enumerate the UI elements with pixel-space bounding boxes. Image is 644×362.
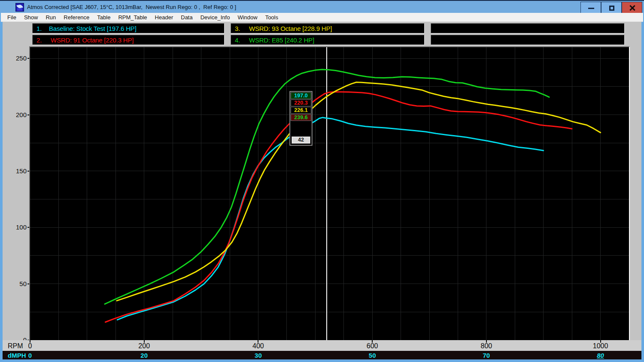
title-bar: Atmos Corrected [SAE J607, 15°C, 1013mBa…: [0, 0, 644, 13]
legend-run-number: 4.: [235, 36, 240, 44]
content-area: 1. Baseline: Stock Test [197.6 HP] 3. WS…: [3, 22, 641, 359]
menu-item-header[interactable]: Header: [151, 13, 177, 22]
cursor-value-row: 239.6: [291, 114, 311, 121]
dmph-tick-label: 30: [255, 352, 262, 359]
legend-run-label: Baseline: Stock Test [197.6 HP]: [49, 25, 137, 32]
dmph-tick-label: 0: [28, 352, 32, 359]
cursor-readout-box[interactable]: 197.0220.3226.1239.642: [290, 91, 312, 145]
maximize-button[interactable]: [601, 2, 622, 13]
y-tick-label: 150: [12, 167, 27, 175]
legend-run-label: WSRD: 91 Octane [220.3 HP]: [49, 36, 134, 44]
menu-item-rpm_table[interactable]: RPM_Table: [114, 13, 151, 22]
y-tick-label: 250: [12, 54, 27, 62]
menu-item-table[interactable]: Table: [93, 13, 114, 22]
x-tick-label: 0: [28, 342, 32, 350]
y-tick-label: 100: [12, 223, 27, 231]
legend-run-number: 2.: [36, 36, 42, 44]
dyno-chart-plot[interactable]: [29, 46, 630, 341]
menu-item-device_info[interactable]: Device_Info: [197, 13, 234, 22]
dmph-tick-label: 50: [369, 352, 376, 359]
x-tick-label: 1000: [593, 342, 608, 350]
legend-run-3[interactable]: 3. WSRD: 93 Octane [228.9 HP]: [231, 23, 425, 33]
cursor-value-row: 220.3: [291, 100, 311, 106]
minimize-icon: [588, 8, 594, 9]
maximize-icon: [609, 6, 614, 11]
legend-run-4[interactable]: 4. WSRD: E85 [240.2 HP]: [231, 35, 425, 45]
dmph-axis: dMPH 02030507080: [3, 351, 641, 359]
menu-item-window[interactable]: Window: [234, 13, 261, 22]
menu-item-tools[interactable]: Tools: [261, 13, 282, 22]
menu-item-show[interactable]: Show: [20, 13, 42, 22]
power-curve: [105, 92, 572, 322]
menu-item-reference[interactable]: Reference: [60, 13, 93, 22]
x-tick-label: 200: [138, 342, 150, 350]
x-tick-label: 600: [367, 342, 378, 350]
dmph-tick-label: 20: [140, 352, 148, 359]
dmph-tick-label: 80: [597, 352, 604, 359]
x-tick-label: 400: [252, 342, 264, 350]
x-tick-label: 800: [480, 342, 492, 350]
cursor-value-row: 197.0: [291, 92, 311, 99]
window-title: Atmos Corrected [SAE J607, 15°C, 1013mBa…: [27, 4, 236, 10]
menu-bar: FileShowRunReferenceTableRPM_TableHeader…: [1, 13, 643, 22]
app-window: Atmos Corrected [SAE J607, 15°C, 1013mBa…: [0, 0, 644, 362]
power-curves-chart: [30, 47, 629, 340]
app-logo-icon: [15, 3, 24, 12]
legend-box-empty[interactable]: [431, 23, 625, 33]
legend-run-1[interactable]: 1. Baseline: Stock Test [197.6 HP]: [32, 23, 225, 33]
legend-run-label: WSRD: E85 [240.2 HP]: [247, 36, 314, 44]
y-tick-label: 50: [12, 280, 27, 287]
legend-box-empty[interactable]: [431, 35, 625, 45]
legend-run-number: 3.: [235, 25, 240, 32]
rpm-axis-label: RPM: [8, 342, 23, 350]
legend-run-label: WSRD: 93 Octane [228.9 HP]: [247, 25, 332, 32]
power-curve: [117, 118, 543, 320]
dmph-axis-label: dMPH: [8, 352, 26, 359]
legend-run-number: 1.: [36, 25, 42, 32]
legend-run-2[interactable]: 2. WSRD: 91 Octane [220.3 HP]: [32, 35, 225, 45]
window-controls: [580, 2, 642, 13]
menu-item-run[interactable]: Run: [42, 13, 60, 22]
menu-item-file[interactable]: File: [3, 13, 20, 22]
dmph-tick-label: 70: [483, 352, 490, 359]
cursor-value-row: 226.1: [291, 107, 311, 114]
minimize-button[interactable]: [580, 2, 601, 13]
rpm-axis: RPM 02004006008001000: [3, 340, 641, 351]
cursor-readout-value: 42: [292, 136, 310, 144]
close-button[interactable]: [622, 2, 642, 13]
y-tick-label: 200: [12, 111, 27, 118]
menu-item-data[interactable]: Data: [177, 13, 196, 22]
